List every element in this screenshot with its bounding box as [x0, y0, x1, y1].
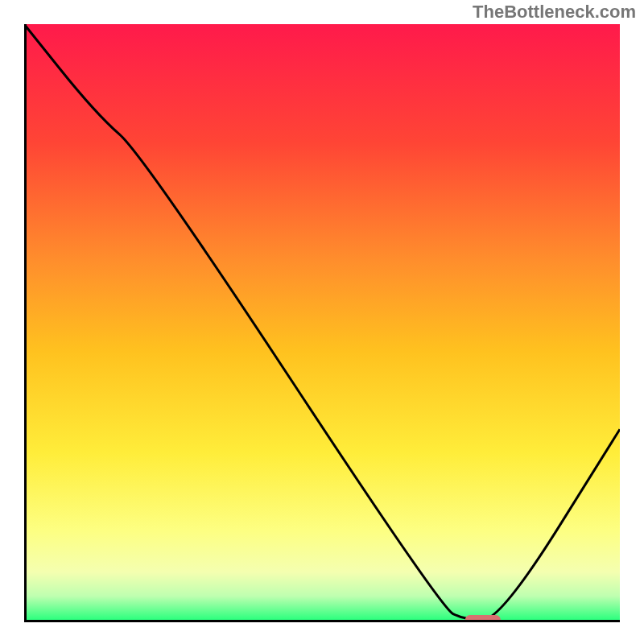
x-axis	[24, 620, 620, 622]
bottleneck-curve	[24, 24, 620, 620]
chart-container: TheBottleneck.com	[0, 0, 644, 644]
plot-area	[24, 24, 620, 620]
y-axis	[24, 24, 27, 620]
watermark-text: TheBottleneck.com	[473, 2, 636, 23]
curve-layer	[24, 24, 620, 620]
